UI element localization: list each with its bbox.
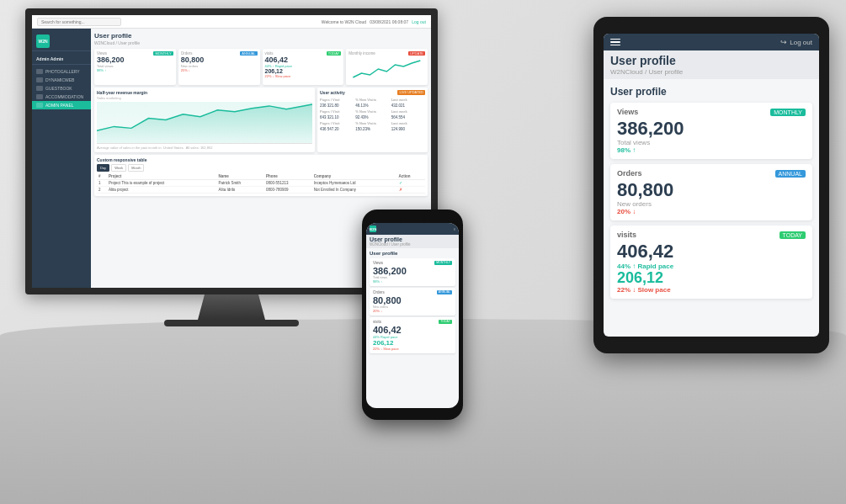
phone-stat-visits: visits TODAY 406,42 44% Rapid pace 206,1… xyxy=(370,317,455,353)
phone-screen: W2N ≡ User profile W2NCloud / User profi… xyxy=(366,223,459,408)
table-tabs[interactable]: Day Week Month xyxy=(97,164,425,172)
revenue-chart xyxy=(97,102,312,143)
stats-grid: Views MONTHLY 386,200 Total views 98% ↑ … xyxy=(94,49,428,85)
search-input[interactable] xyxy=(37,18,121,26)
badge-monthly: MONTHLY xyxy=(153,51,173,56)
tablet-badge-monthly: MONTHLY xyxy=(770,109,806,116)
tablet-screen: ↪ Log out User profile W2NCloud / User p… xyxy=(604,34,819,337)
chart-section: Half-year revenue margin Sales marketing xyxy=(94,88,428,152)
activity-row-1: 236 321.80 46.11% 432.021 xyxy=(320,103,425,108)
badge-annual: ANNUAL xyxy=(240,51,257,56)
chart-card: Half-year revenue margin Sales marketing xyxy=(94,88,315,152)
phone-frame: W2N ≡ User profile W2NCloud / User profi… xyxy=(362,210,463,420)
topbar-info: Welcome to W2N Cloud 03/08/2021 06:08:07… xyxy=(322,19,426,24)
tablet-stat-orders: Orders ANNUAL 80,800 New orders 20% ↓ xyxy=(610,164,812,220)
admin-icon xyxy=(36,103,43,108)
tab-day[interactable]: Day xyxy=(97,164,109,172)
activity-header-3: Pages / Visit % New Visits Last week xyxy=(320,121,425,125)
activity-row-3: 436 547.20 150.23% 124.990 xyxy=(320,127,425,131)
tablet: ↪ Log out User profile W2NCloud / User p… xyxy=(593,17,829,353)
visits-value: 406,42 xyxy=(265,56,342,64)
sidebar-logo: W2N xyxy=(32,32,91,51)
phone-stat-orders: Orders ANNUAL 80,800 New orders 20% ↓ xyxy=(370,288,455,316)
sidebar: W2N Admin Admin PHOTOGALLERY DYNAMICWEB xyxy=(32,29,91,288)
data-table: # Project Name Phone Company Action xyxy=(97,173,425,194)
tablet-frame: ↪ Log out User profile W2NCloud / User p… xyxy=(593,17,829,353)
chart-area xyxy=(97,102,312,144)
tablet-topbar: ↪ Log out xyxy=(604,34,819,50)
monitor-stand xyxy=(198,294,265,320)
table-row: 2 Alita project Alita Idrilo 0800-780909… xyxy=(97,187,425,194)
stat-income: Monthly income UPDATE xyxy=(346,49,428,85)
badge-today: TODAY xyxy=(327,51,341,56)
book-icon xyxy=(36,86,43,91)
tablet-stat-views: Views MONTHLY 386,200 Total views 98% ↑ xyxy=(610,103,812,159)
page-title: User profile xyxy=(94,32,428,40)
table-section: Custom responsive table Day Week Month #… xyxy=(94,155,428,196)
phone: W2N ≡ User profile W2NCloud / User profi… xyxy=(362,210,463,420)
stat-orders: Orders ANNUAL 80,800 New orders 25% ↓ xyxy=(178,49,260,85)
tablet-logout[interactable]: ↪ Log out xyxy=(780,38,812,46)
table-row: 1 Project This is example of project Pat… xyxy=(97,180,425,187)
tablet-badge-annual: ANNUAL xyxy=(775,170,806,178)
monitor-topbar: Welcome to W2N Cloud 03/08/2021 06:08:07… xyxy=(32,15,431,29)
sidebar-item-dynamicweb[interactable]: DYNAMICWEB xyxy=(32,76,91,84)
tablet-section-title: User profile xyxy=(610,86,812,98)
tablet-content: User profile Views MONTHLY 386,200 Total… xyxy=(604,79,819,323)
stat-visits: visits TODAY 406,42 44% ↑ Rapid pace 206… xyxy=(263,49,344,85)
phone-section-title: User profile xyxy=(366,248,459,257)
logout-link[interactable]: Log out xyxy=(412,19,426,24)
badge-update: UPDATE xyxy=(408,51,425,56)
phone-breadcrumb-area: User profile W2NCloud / User profile xyxy=(366,235,459,248)
image-icon xyxy=(36,69,43,74)
activity-header-row: Pages / Visit % New Visits Last week xyxy=(320,98,425,102)
hamburger-menu-icon[interactable] xyxy=(610,39,620,46)
live-badge: LIVE UPDATED xyxy=(397,90,425,95)
views-value: 386,200 xyxy=(97,56,173,64)
svg-marker-0 xyxy=(97,104,312,143)
sidebar-item-accommodation[interactable]: ACCOMMODATION xyxy=(32,93,91,101)
sidebar-item-guestbook[interactable]: GUESTBOOK xyxy=(32,84,91,93)
phone-logo: W2N xyxy=(370,225,376,232)
activity-row-2: 643 321.10 92.43% 564.554 xyxy=(320,115,425,119)
datetime-text: 03/08/2021 06:08:07 xyxy=(370,19,408,24)
user-info: Admin Admin xyxy=(32,54,91,65)
tablet-breadcrumb-area: User profile W2NCloud / User profile xyxy=(604,50,819,79)
user-name: Admin Admin xyxy=(36,56,87,61)
orders-value: 80,800 xyxy=(181,56,258,64)
activity-card: User activity LIVE UPDATED Pages / Visit… xyxy=(317,88,428,152)
sidebar-item-adminpanel[interactable]: ADMIN PANEL xyxy=(32,101,91,109)
chart-footnote: Average value of sales in the past month… xyxy=(97,146,312,150)
tablet-stat-visits: visits TODAY 406,42 44% ↑ Rapid pace 206… xyxy=(610,225,812,299)
tablet-badge-today: TODAY xyxy=(779,231,806,239)
phone-stat-views: Views MONTHLY 386,200 Total views 98% ↑ xyxy=(370,258,455,286)
tab-week[interactable]: Week xyxy=(111,164,126,172)
breadcrumb: W2NCloud / User profile xyxy=(94,40,428,45)
logo-box: W2N xyxy=(36,34,50,48)
activity-header-2: Pages / Visit % New Visits Last week xyxy=(320,109,425,114)
monitor-base xyxy=(164,320,299,326)
income-chart xyxy=(349,56,425,82)
web-icon xyxy=(36,77,43,82)
tab-month[interactable]: Month xyxy=(128,164,144,172)
welcome-text: Welcome to W2N Cloud xyxy=(322,19,366,24)
phone-notch xyxy=(400,218,425,223)
phone-topbar: W2N ≡ xyxy=(366,223,459,235)
accommodation-icon xyxy=(36,94,43,99)
phone-topbar-menu: ≡ xyxy=(454,227,455,231)
phone-content: Views MONTHLY 386,200 Total views 98% ↑ … xyxy=(366,257,459,357)
stat-views: Views MONTHLY 386,200 Total views 98% ↑ xyxy=(94,49,176,85)
sidebar-item-photogallery[interactable]: PHOTOGALLERY xyxy=(32,67,91,76)
